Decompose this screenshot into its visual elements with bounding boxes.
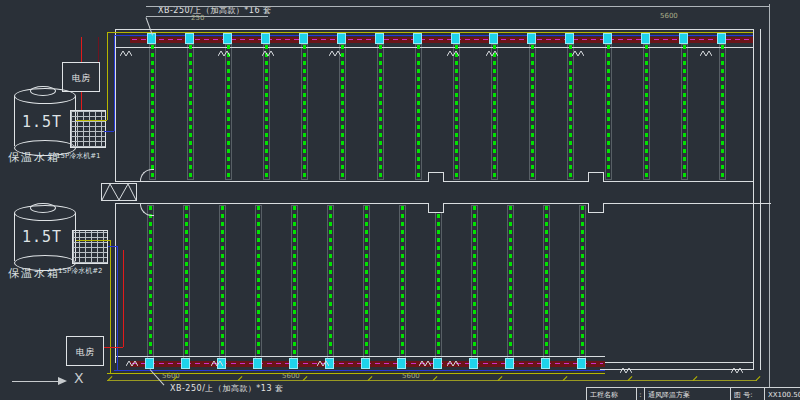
fan-unit-bottom-8 xyxy=(397,358,406,369)
door-break-top-3 xyxy=(262,42,274,61)
dimension-text-top-left: 250 xyxy=(191,14,204,22)
fan-unit-top-11 xyxy=(527,33,536,44)
title-block-number-label: 图 号: xyxy=(731,388,765,400)
cad-drawing-canvas[interactable]: XB-250/上（加高款）*16 套 XB-250/上（加高款）*13 套 25… xyxy=(0,0,800,400)
door-break-top-7 xyxy=(572,42,584,61)
pipe-supply-top-riser xyxy=(107,32,108,120)
pipe-return-top-riser xyxy=(114,35,115,131)
door-break-top-8 xyxy=(700,42,712,61)
fan-unit-bottom-12 xyxy=(541,358,550,369)
fan-unit-bottom-5 xyxy=(289,358,298,369)
x-axis-line xyxy=(12,381,60,382)
fan-unit-bottom-4 xyxy=(253,358,262,369)
fan-unit-top-16 xyxy=(717,33,726,44)
corridor-arc-door-bottom xyxy=(140,203,154,216)
fan-unit-top-7 xyxy=(375,33,384,44)
sheet-frame-top xyxy=(146,6,770,7)
fabric-duct-top-10 xyxy=(491,44,498,180)
fabric-duct-bottom-11 xyxy=(507,205,514,360)
dimension-text-top-right: 5600 xyxy=(660,12,678,20)
door-break-bottom-5 xyxy=(447,352,459,371)
corridor-niche-top-1 xyxy=(428,172,444,182)
fabric-duct-top-15 xyxy=(681,44,688,180)
title-block-number-value: XX100.50 xyxy=(765,388,800,400)
fabric-duct-top-13 xyxy=(605,44,612,180)
fabric-duct-top-3 xyxy=(225,44,232,180)
door-break-top-1 xyxy=(120,42,132,61)
tank-top-capacity: 1.5T xyxy=(22,113,62,131)
corridor-niche-bottom-2 xyxy=(588,203,604,213)
fabric-duct-bottom-3 xyxy=(219,205,226,360)
power-feed-top xyxy=(98,37,99,62)
wall-top-outer xyxy=(115,29,753,30)
x-axis-arrowhead-icon xyxy=(58,377,67,385)
pipe-supply-bottom-riser xyxy=(110,240,111,373)
corridor-niche-bottom-1 xyxy=(428,203,444,213)
fabric-duct-top-2 xyxy=(187,44,194,180)
fabric-duct-bottom-10 xyxy=(471,205,478,360)
fabric-duct-bottom-13 xyxy=(579,205,586,360)
title-block-colon: : xyxy=(637,388,645,400)
fabric-duct-top-11 xyxy=(529,44,536,180)
title-block-name-label: 工程名称 xyxy=(587,388,637,400)
power-room-bottom-label: 电房 xyxy=(76,346,94,359)
fan-unit-top-13 xyxy=(603,33,612,44)
power-room-bottom-box: 电房 xyxy=(66,336,104,366)
door-break-bottom-4 xyxy=(419,352,431,371)
corridor-arc-door-top xyxy=(140,169,154,182)
fabric-duct-top-5 xyxy=(301,44,308,180)
corridor-niche-top-2 xyxy=(588,172,604,182)
chiller-top-unit xyxy=(70,110,106,148)
pipe-supply-top-branch xyxy=(76,120,107,121)
pipe-return-bottom xyxy=(114,370,605,371)
door-break-top-5 xyxy=(447,42,459,61)
fan-unit-bottom-9 xyxy=(433,358,442,369)
power-line-bottom-riser xyxy=(123,250,124,347)
fan-unit-top-2 xyxy=(185,33,194,44)
fabric-duct-bottom-1 xyxy=(147,205,154,360)
wall-left-upper xyxy=(115,29,116,182)
fan-unit-bottom-10 xyxy=(469,358,478,369)
fan-unit-bottom-7 xyxy=(361,358,370,369)
door-break-top-4 xyxy=(329,42,341,61)
fabric-duct-top-8 xyxy=(415,44,422,180)
tank-bottom-name: 保温水箱 xyxy=(8,266,60,281)
fabric-duct-bottom-4 xyxy=(255,205,262,360)
title-block-project-name: 通风降温方案 xyxy=(645,388,731,400)
fabric-duct-top-9 xyxy=(453,44,460,180)
chiller-bottom-unit xyxy=(72,230,108,264)
dimension-tick-11 xyxy=(756,376,761,381)
bottom-row-annotation: XB-250/上（加高款）*13 套 xyxy=(170,383,284,394)
fan-unit-top-14 xyxy=(641,33,650,44)
power-room-top-box: 电房 xyxy=(62,62,100,92)
fabric-duct-bottom-9 xyxy=(435,205,442,360)
fabric-duct-bottom-7 xyxy=(363,205,370,360)
pipe-return-bottom-branch xyxy=(108,246,117,247)
chiller-top-label: 15P冷水机#1 xyxy=(56,151,100,161)
title-block: 工程名称 : 通风降温方案 图 号: XX100.50 xyxy=(586,387,800,400)
power-line-top-to-chiller xyxy=(81,92,82,110)
pipe-supply-bottom-branch xyxy=(76,240,110,241)
fan-unit-top-15 xyxy=(679,33,688,44)
fabric-duct-top-12 xyxy=(567,44,574,180)
pipe-supply-bottom xyxy=(107,373,605,374)
corridor-double-door-symbol xyxy=(101,183,137,205)
door-break-bottom-1 xyxy=(126,352,138,371)
door-break-top-2 xyxy=(218,42,230,61)
fan-unit-top-8 xyxy=(413,33,422,44)
fan-unit-bottom-13 xyxy=(577,358,586,369)
fabric-duct-bottom-5 xyxy=(291,205,298,360)
x-axis-label: X xyxy=(74,370,84,386)
door-break-bottom-2 xyxy=(211,352,223,371)
door-break-bottom-right-2 xyxy=(731,359,743,378)
door-break-top-6 xyxy=(486,42,498,61)
fabric-duct-bottom-2 xyxy=(183,205,190,360)
power-line-top-riser xyxy=(81,37,82,62)
fabric-duct-bottom-12 xyxy=(543,205,550,360)
door-break-bottom-3 xyxy=(317,352,329,371)
fabric-duct-bottom-8 xyxy=(399,205,406,360)
fabric-duct-top-1 xyxy=(149,44,156,180)
pipe-supply-top xyxy=(107,32,753,33)
fabric-duct-top-7 xyxy=(377,44,384,180)
power-room-top-label: 电房 xyxy=(72,72,90,85)
